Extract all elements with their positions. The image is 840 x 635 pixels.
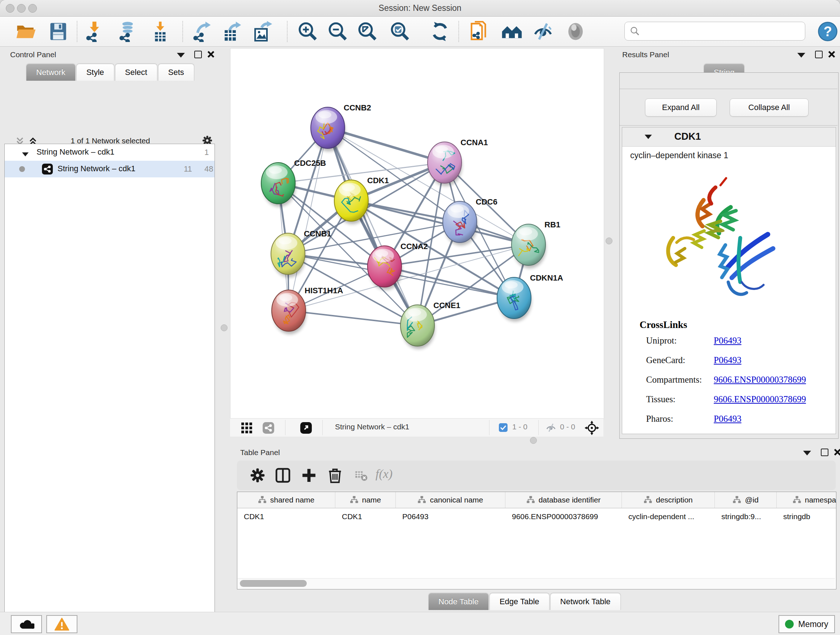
export-table-button[interactable] xyxy=(220,19,244,43)
highlight-button[interactable] xyxy=(564,19,587,43)
export-network-button[interactable] xyxy=(189,19,213,43)
delete-column-button[interactable] xyxy=(325,466,345,485)
warnings-button[interactable] xyxy=(46,615,77,633)
node-CDC6[interactable]: CDC6 xyxy=(443,197,497,245)
new-network-from-selection-button[interactable] xyxy=(468,19,492,43)
refresh-button[interactable] xyxy=(428,19,452,43)
scrollbar-thumb[interactable] xyxy=(240,580,307,587)
network-row-selected[interactable]: String Network – cdk1 11 48 xyxy=(5,161,215,177)
left-splitter-handle[interactable] xyxy=(221,325,227,331)
crosslink-link[interactable]: P06493 xyxy=(714,336,741,346)
column-header-name[interactable]: name xyxy=(335,492,396,508)
tab-node-table[interactable]: Node Table xyxy=(428,593,489,610)
results-panel-float-button[interactable] xyxy=(813,49,824,60)
crosslink-link[interactable]: 9606.ENSP00000378699 xyxy=(714,394,806,404)
zoom-selected-button[interactable] xyxy=(388,19,412,43)
bottom-splitter-handle[interactable] xyxy=(530,437,537,444)
node-CCNB2[interactable]: CCNB2 xyxy=(311,103,371,151)
create-column-button[interactable] xyxy=(299,466,319,485)
crosslink-link[interactable]: 9606.ENSP00000378699 xyxy=(714,375,806,385)
crosslink-link[interactable]: P06493 xyxy=(714,414,741,424)
import-network-file-button[interactable] xyxy=(82,19,106,43)
tab-sets[interactable]: Sets xyxy=(158,64,194,81)
node-label-CDK1: CDK1 xyxy=(367,176,389,185)
node-CDKN1A[interactable]: CDKN1A xyxy=(497,273,563,321)
node-CCNA2[interactable]: CCNA2 xyxy=(368,242,428,290)
network-view-share-button[interactable] xyxy=(262,421,275,434)
import-table-file-button[interactable] xyxy=(148,19,172,43)
zoom-fit-button[interactable] xyxy=(355,19,379,43)
show-grid-button[interactable] xyxy=(240,421,253,434)
column-header-database-identifier[interactable]: database identifier xyxy=(505,492,622,508)
node-CCNA1[interactable]: CCNA1 xyxy=(428,138,488,186)
cloud-button[interactable] xyxy=(11,615,42,633)
column-header-at-id[interactable]: @id xyxy=(715,492,777,508)
table-options-button[interactable] xyxy=(248,466,267,485)
tab-network-table[interactable]: Network Table xyxy=(550,593,621,610)
table-cell[interactable]: P06493 xyxy=(396,509,505,524)
table-panel-float-button[interactable] xyxy=(819,447,830,458)
table-cell[interactable]: stringdb:9... xyxy=(715,509,776,524)
table-cell[interactable]: CDK1 xyxy=(335,509,395,524)
node-CCNB1[interactable]: CCNB1 xyxy=(271,229,332,277)
results-panel-collapse-button[interactable] xyxy=(796,50,807,60)
table-cell[interactable]: CDK1 xyxy=(237,509,335,524)
gene-expander-icon[interactable] xyxy=(645,134,652,141)
export-image-button[interactable] xyxy=(251,19,275,43)
table-panel-close-button[interactable] xyxy=(832,447,840,458)
tab-network[interactable]: Network xyxy=(26,64,76,81)
birdseye-view-button[interactable] xyxy=(300,421,313,434)
column-header-namespace[interactable]: namespace xyxy=(777,492,836,508)
tab-edge-table[interactable]: Edge Table xyxy=(489,593,549,610)
control-panel-collapse-button[interactable] xyxy=(175,50,186,60)
selected-checkbox-icon[interactable] xyxy=(499,423,508,432)
help-button[interactable]: ? xyxy=(816,19,840,43)
table-cell[interactable]: cyclin-dependent ... xyxy=(622,509,714,524)
table-cell[interactable]: stringdb xyxy=(777,509,836,524)
zoom-in-button[interactable] xyxy=(296,19,320,43)
edge-CCNB2-HIST1H1A[interactable] xyxy=(289,128,328,310)
hidden-eye-icon xyxy=(546,422,556,433)
column-header-canonical-name[interactable]: canonical name xyxy=(396,492,505,508)
import-network-database-button[interactable] xyxy=(115,19,139,43)
collection-expander-icon[interactable] xyxy=(22,149,28,158)
crosslink-link[interactable]: P06493 xyxy=(714,355,741,365)
collapse-all-button[interactable]: Collapse All xyxy=(729,98,808,117)
results-panel-close-button[interactable] xyxy=(826,49,837,60)
fit-content-button[interactable] xyxy=(584,420,600,436)
tab-style[interactable]: Style xyxy=(76,64,114,81)
open-session-button[interactable] xyxy=(14,19,38,43)
first-neighbors-button[interactable] xyxy=(500,19,524,43)
node-HIST1H1A[interactable]: HIST1H1A xyxy=(272,286,343,334)
save-session-button[interactable] xyxy=(46,19,70,43)
right-splitter-handle[interactable] xyxy=(606,238,613,244)
table-cell[interactable]: 9606.ENSP00000378699 xyxy=(505,509,622,524)
crosslink-row: Compartments:9606.ENSP00000378699 xyxy=(622,371,836,391)
control-panel-close-button[interactable] xyxy=(205,49,216,60)
network-collection-row[interactable]: String Network – cdk1 1 xyxy=(5,144,215,161)
network-view-toolbar: String Network – cdk1 1 - 0 0 - 0 xyxy=(230,418,603,437)
zoom-out-button[interactable] xyxy=(326,19,350,43)
function-builder-button[interactable]: f(x) xyxy=(376,467,393,481)
node-CCNE1[interactable]: CCNE1 xyxy=(401,301,461,349)
tab-select[interactable]: Select xyxy=(115,64,157,81)
show-hide-graphics-button[interactable] xyxy=(531,19,555,43)
edge-HIST1H1A-CCNE1[interactable] xyxy=(289,310,417,325)
network-canvas[interactable]: CCNB2CCNA1CDC25BCDK1CDC6RB1CCNB1CCNA2CDK… xyxy=(230,48,604,419)
memory-button[interactable]: Memory xyxy=(778,615,835,633)
expand-all-button[interactable]: Expand All xyxy=(645,98,717,117)
column-header-shared-name[interactable]: shared name xyxy=(237,492,335,508)
edge-CCNB2-CCNE1[interactable] xyxy=(328,128,417,325)
search-input[interactable] xyxy=(644,24,801,39)
node-RB1[interactable]: RB1 xyxy=(512,220,561,268)
column-header-description[interactable]: description xyxy=(622,492,715,508)
string-network-graph[interactable]: CCNB2CCNA1CDC25BCDK1CDC6RB1CCNB1CCNA2CDK… xyxy=(231,49,604,418)
control-panel-float-button[interactable] xyxy=(193,49,203,60)
edge-CCNB2-CCNA1[interactable] xyxy=(328,128,445,163)
delete-table-button[interactable] xyxy=(351,466,371,485)
horizontal-scrollbar[interactable] xyxy=(238,578,835,588)
show-columns-button[interactable] xyxy=(273,466,293,485)
gene-card-header[interactable]: CDK1 xyxy=(622,127,836,147)
table-panel-collapse-button[interactable] xyxy=(802,448,813,458)
node-label-CCNA1: CCNA1 xyxy=(461,138,488,147)
